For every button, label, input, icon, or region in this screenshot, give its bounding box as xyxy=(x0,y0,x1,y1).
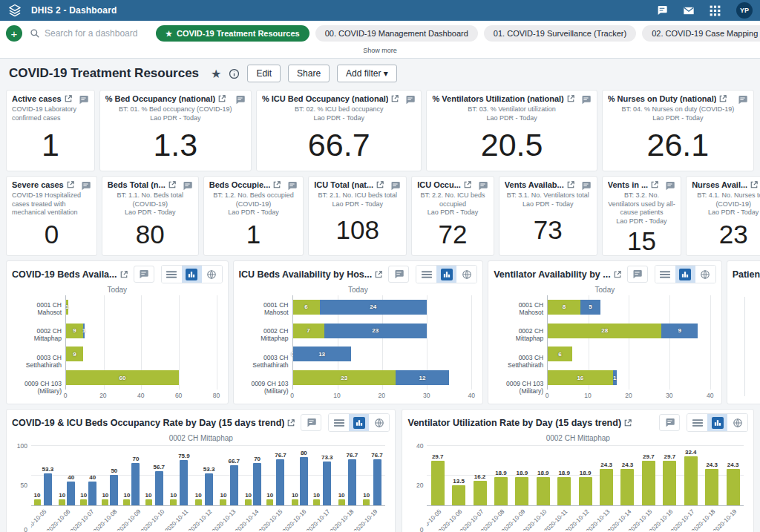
bar[interactable] xyxy=(620,469,634,505)
view-as-map-icon[interactable] xyxy=(369,414,389,431)
open-in-app-icon[interactable] xyxy=(376,181,384,188)
comment-icon[interactable] xyxy=(80,180,91,191)
comment-icon[interactable] xyxy=(737,94,748,105)
bar[interactable] xyxy=(727,469,740,505)
dashboard-chip-management[interactable]: 00. COVID-19 Management Dashboard xyxy=(315,25,478,42)
bar[interactable] xyxy=(123,499,130,505)
bar[interactable] xyxy=(363,499,370,505)
dashboard-chip-treatment-resources[interactable]: ★ COVID-19 Treatment Resources xyxy=(156,25,309,42)
open-in-app-icon[interactable] xyxy=(218,95,226,102)
bar[interactable] xyxy=(313,499,320,505)
bar[interactable] xyxy=(195,499,202,505)
bar-segment[interactable]: 13 xyxy=(293,347,351,361)
apps-grid-icon[interactable] xyxy=(710,4,721,16)
comment-icon[interactable] xyxy=(286,180,298,191)
bar-segment[interactable]: 9 xyxy=(661,324,698,338)
bar-segment[interactable]: 28 xyxy=(548,324,661,338)
open-in-app-icon[interactable] xyxy=(719,95,727,102)
messages-icon[interactable] xyxy=(656,4,668,16)
view-as-table-icon[interactable] xyxy=(416,266,436,283)
open-in-app-icon[interactable] xyxy=(65,95,72,102)
bar[interactable] xyxy=(642,461,655,505)
bar-segment[interactable]: 5 xyxy=(580,300,600,315)
bar[interactable] xyxy=(110,475,118,505)
open-in-app-icon[interactable] xyxy=(614,271,621,278)
bar-segment[interactable]: 16 xyxy=(548,370,612,385)
bar-segment[interactable]: 7 xyxy=(293,324,324,338)
comment-icon[interactable] xyxy=(664,180,675,191)
bar[interactable] xyxy=(537,477,550,505)
bar-segment[interactable]: 23 xyxy=(293,370,396,385)
comment-button[interactable] xyxy=(301,414,321,431)
view-as-map-icon[interactable] xyxy=(202,266,222,283)
bar[interactable] xyxy=(348,459,356,505)
bar-segment[interactable]: 6 xyxy=(548,347,572,361)
bar[interactable] xyxy=(59,499,65,505)
bar-segment[interactable]: 24 xyxy=(320,300,427,315)
open-in-app-icon[interactable] xyxy=(391,95,399,102)
new-dashboard-button[interactable]: + xyxy=(6,25,22,42)
mail-icon[interactable] xyxy=(683,4,695,16)
edit-button[interactable]: Edit xyxy=(247,65,281,82)
bar-segment[interactable]: 23 xyxy=(324,324,427,338)
bar[interactable] xyxy=(245,499,252,505)
bar[interactable] xyxy=(253,463,261,505)
view-as-chart-icon[interactable] xyxy=(182,266,202,283)
bar[interactable] xyxy=(663,461,676,505)
comment-icon[interactable] xyxy=(235,94,246,105)
bar[interactable] xyxy=(88,482,96,505)
view-as-map-icon[interactable] xyxy=(695,266,715,283)
bar[interactable] xyxy=(600,469,613,505)
bar[interactable] xyxy=(474,481,487,505)
open-in-app-icon[interactable] xyxy=(67,181,74,188)
comment-icon[interactable] xyxy=(580,180,592,191)
search-input[interactable] xyxy=(45,28,141,39)
open-in-app-icon[interactable] xyxy=(624,419,632,427)
comment-button[interactable] xyxy=(388,266,409,283)
bar[interactable] xyxy=(102,499,108,505)
comment-icon[interactable] xyxy=(477,180,488,191)
bar[interactable] xyxy=(452,485,465,505)
bar[interactable] xyxy=(34,499,41,505)
view-as-map-icon[interactable] xyxy=(456,266,476,283)
open-in-app-icon[interactable] xyxy=(120,271,128,278)
bar-segment[interactable]: 8 xyxy=(548,300,580,315)
bar[interactable] xyxy=(494,477,508,505)
open-in-app-icon[interactable] xyxy=(287,419,295,427)
bar[interactable] xyxy=(145,499,152,505)
bar[interactable] xyxy=(80,499,87,505)
bar-segment[interactable]: 1 xyxy=(613,370,617,385)
bar-segment[interactable]: 6 xyxy=(293,300,320,315)
bar[interactable] xyxy=(300,457,308,505)
bar-segment[interactable]: 12 xyxy=(396,370,449,385)
open-in-app-icon[interactable] xyxy=(651,181,658,188)
bar[interactable] xyxy=(220,499,226,505)
open-in-app-icon[interactable] xyxy=(567,95,574,102)
open-in-app-icon[interactable] xyxy=(464,181,471,188)
bar[interactable] xyxy=(170,499,177,505)
bar[interactable] xyxy=(230,465,238,505)
user-avatar[interactable]: YP xyxy=(736,2,753,19)
bar-segment[interactable]: 9 xyxy=(66,324,83,338)
bar-segment[interactable]: 1 xyxy=(66,300,68,315)
bar-segment[interactable]: 1 xyxy=(83,324,85,338)
bar[interactable] xyxy=(44,473,52,505)
bar[interactable] xyxy=(579,477,592,505)
view-as-table-icon[interactable] xyxy=(329,414,349,431)
share-button[interactable]: Share xyxy=(288,65,330,82)
comment-icon[interactable] xyxy=(78,94,89,105)
bar-segment[interactable]: 60 xyxy=(66,370,179,385)
bar[interactable] xyxy=(266,499,273,505)
dashboard-search[interactable] xyxy=(30,28,148,39)
open-in-app-icon[interactable] xyxy=(750,181,758,188)
bar[interactable] xyxy=(338,499,345,505)
view-as-table-icon[interactable] xyxy=(162,266,182,283)
bar[interactable] xyxy=(180,460,188,505)
dashboard-chip-case-mapping[interactable]: 02. COVID-19 Case Mapping (Tracker) xyxy=(642,25,760,42)
open-in-app-icon[interactable] xyxy=(168,181,176,188)
comment-icon[interactable] xyxy=(390,180,401,191)
comment-button[interactable] xyxy=(659,414,680,431)
view-as-map-icon[interactable] xyxy=(727,414,747,431)
bar[interactable] xyxy=(684,456,698,505)
add-filter-button[interactable]: Add filter ▾ xyxy=(337,65,397,82)
